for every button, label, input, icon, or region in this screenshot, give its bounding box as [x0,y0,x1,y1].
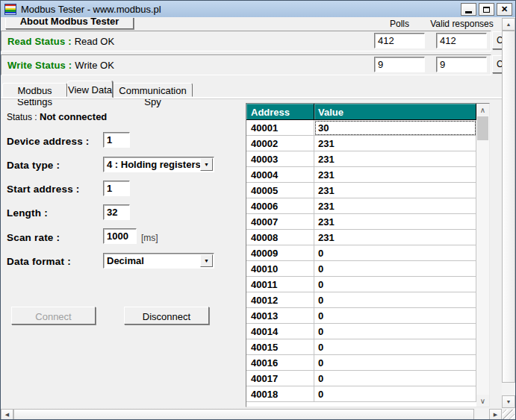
tab-communication-spy[interactable]: Communication Spy [113,83,193,97]
horizontal-scrollbar-thumb[interactable] [13,409,474,420]
table-row[interactable]: 40009 0 [246,245,476,261]
value-cell[interactable]: 0 [314,339,476,355]
minimize-icon [465,11,472,13]
grid-scrollbar[interactable]: ∧ ∨ [476,104,489,407]
table-row[interactable]: 40011 0 [246,277,476,292]
read-polls-field[interactable]: 412 [374,33,425,48]
value-cell[interactable]: 231 [314,167,476,183]
address-cell[interactable]: 40003 [246,151,314,167]
scroll-down-icon[interactable]: ▼ [502,395,515,408]
table-row[interactable]: 40003 231 [246,151,476,167]
scan-rate-field[interactable]: 1000 [103,228,137,244]
disconnect-button[interactable]: Disconnect [124,307,209,325]
address-cell[interactable]: 40017 [246,371,314,386]
device-address-field[interactable]: 1 [103,132,130,148]
valid-responses-label: Valid responses [423,19,501,29]
value-cell[interactable]: 0 [314,371,476,386]
table-row[interactable]: 40004 231 [246,167,476,183]
scroll-right-icon[interactable]: ▶ [489,409,502,420]
start-address-label: Start address : [7,184,80,195]
value-cell[interactable]: 30 [314,120,476,136]
grid-header-address[interactable]: Address [246,104,314,120]
tab-view-data[interactable]: View Data [67,81,113,98]
connect-button[interactable]: Connect [11,307,96,325]
value-cell[interactable]: 231 [314,151,476,167]
tab-modbus-settings[interactable]: Modbus Settings [2,83,67,97]
app-icon [4,4,16,15]
write-polls-field[interactable]: 9 [374,57,425,72]
value-cell[interactable]: 231 [314,230,476,245]
data-type-select[interactable]: 4 : Holding registers ▼ [103,157,214,172]
address-cell[interactable]: 40015 [246,339,314,355]
length-field[interactable]: 32 [103,204,130,220]
address-cell[interactable]: 40018 [246,386,314,402]
address-cell[interactable]: 40006 [246,198,314,214]
table-row[interactable]: 40006 231 [246,198,476,214]
address-cell[interactable]: 40014 [246,324,314,339]
address-cell[interactable]: 40005 [246,183,314,198]
write-valid-responses-field[interactable]: 9 [436,57,487,72]
address-cell[interactable]: 40010 [246,261,314,277]
table-row[interactable]: 40015 0 [246,339,476,355]
value-cell[interactable]: 0 [314,308,476,324]
vertical-scrollbar-thumb[interactable] [502,31,515,383]
value-cell[interactable]: 231 [314,183,476,198]
minimize-button[interactable] [461,3,476,16]
read-valid-responses-field[interactable]: 412 [436,33,487,48]
app-window: Modbus Tester - www.modbus.pl ✕ About Mo… [0,0,516,420]
address-cell[interactable]: 40011 [246,277,314,292]
title-bar[interactable]: Modbus Tester - www.modbus.pl ✕ [1,1,515,17]
address-cell[interactable]: 40013 [246,308,314,324]
length-label: Length : [7,207,48,219]
table-row[interactable]: 40008 231 [246,230,476,245]
table-row[interactable]: 40002 231 [246,136,476,151]
address-cell[interactable]: 40016 [246,355,314,371]
value-cell[interactable]: 0 [314,261,476,277]
connection-status: Status : Not connected [7,111,107,122]
table-row[interactable]: 40013 0 [246,308,476,324]
data-format-select[interactable]: Decimal ▼ [103,253,214,269]
table-row[interactable]: 40018 0 [246,386,476,402]
start-address-field[interactable]: 1 [103,181,130,196]
value-cell[interactable]: 0 [314,386,476,402]
grid-scrollbar-thumb[interactable] [477,116,488,140]
table-row[interactable]: 40016 0 [246,355,476,371]
address-cell[interactable]: 40001 [246,120,314,136]
close-button[interactable]: ✕ [497,3,512,16]
value-cell[interactable]: 0 [314,324,476,339]
value-cell[interactable]: 231 [314,136,476,151]
address-cell[interactable]: 40012 [246,292,314,308]
grid-scroll-down-icon[interactable]: ∨ [476,395,489,407]
scroll-left-icon[interactable]: ◀ [1,409,13,420]
table-row[interactable]: 40014 0 [246,324,476,339]
value-cell[interactable]: 0 [314,245,476,261]
value-cell[interactable]: 0 [314,292,476,308]
address-cell[interactable]: 40009 [246,245,314,261]
data-type-label: Data type : [7,160,60,171]
table-row[interactable]: 40007 231 [246,214,476,230]
address-cell[interactable]: 40002 [246,136,314,151]
address-cell[interactable]: 40008 [246,230,314,245]
table-row[interactable]: 40001 30 [246,120,476,136]
address-cell[interactable]: 40004 [246,167,314,183]
value-cell[interactable]: 231 [314,214,476,230]
table-row[interactable]: 40005 231 [246,183,476,198]
data-format-dropdown-button[interactable]: ▼ [200,254,213,267]
maximize-button[interactable] [479,3,494,16]
table-row[interactable]: 40010 0 [246,261,476,277]
vertical-scrollbar[interactable]: ▲ ▼ [502,18,515,409]
table-row[interactable]: 40012 0 [246,292,476,308]
value-cell[interactable]: 231 [314,198,476,214]
value-cell[interactable]: 0 [314,277,476,292]
table-row[interactable]: 40017 0 [246,371,476,386]
chevron-down-icon: ▼ [204,162,209,167]
value-cell[interactable]: 0 [314,355,476,371]
resize-grip[interactable] [503,410,515,420]
grid-header-value[interactable]: Value [314,104,476,120]
grid-scroll-up-icon[interactable]: ∧ [476,104,489,116]
address-cell[interactable]: 40007 [246,214,314,230]
horizontal-scrollbar[interactable]: ◀ ▶ [1,409,503,420]
scroll-up-icon[interactable]: ▲ [502,18,515,31]
about-button[interactable]: About Modbus Tester [5,18,134,29]
data-type-dropdown-button[interactable]: ▼ [200,158,213,171]
